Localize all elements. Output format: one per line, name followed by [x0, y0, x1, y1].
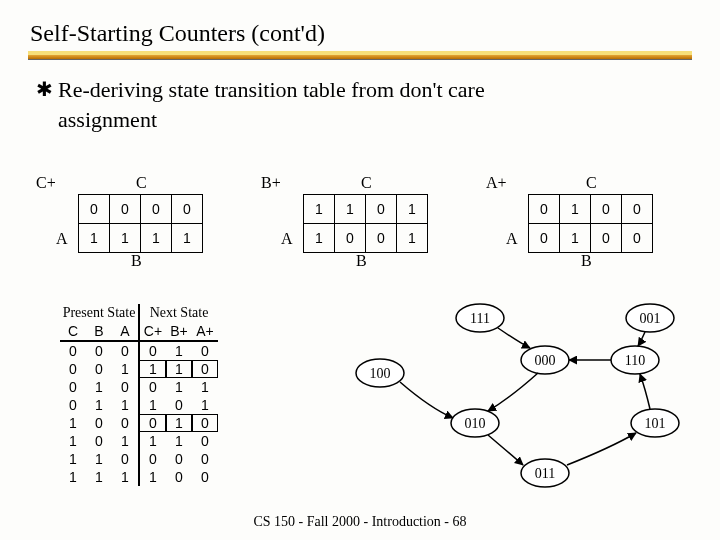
svg-text:001: 001	[640, 311, 661, 326]
table-row: 011101	[60, 396, 218, 414]
edge	[640, 374, 650, 409]
stt-group-left: Present State	[60, 304, 139, 322]
kmap-a-label: A	[281, 230, 293, 248]
kmap-grid: 0100 0100	[528, 194, 653, 253]
edge	[638, 332, 645, 346]
state-node: 010	[451, 409, 499, 437]
table-row: 110000	[60, 450, 218, 468]
kmap-row: C+ C A B 0000 1111 B+ C A B 1101 1001 A+…	[36, 170, 686, 290]
state-node: 011	[521, 459, 569, 487]
kmap-b-label: B	[356, 252, 367, 270]
state-node: 101	[631, 409, 679, 437]
edge	[400, 382, 453, 418]
state-transition-table: Present State Next State CBA C+B+A+ 0000…	[60, 304, 218, 486]
footer: CS 150 - Fall 2000 - Introduction - 68	[0, 514, 720, 530]
bullet-icon: ✱	[36, 77, 58, 101]
kmap-output-label: C+	[36, 174, 56, 192]
edge	[488, 435, 523, 465]
kmap-b-label: B	[131, 252, 142, 270]
table-row: 010011	[60, 378, 218, 396]
state-node: 001	[626, 304, 674, 332]
svg-text:101: 101	[645, 416, 666, 431]
kmap-c-label: C	[136, 174, 147, 192]
bullet-1: ✱Re-deriving state transition table from…	[0, 77, 720, 107]
state-node: 111	[456, 304, 504, 332]
bullet-text-2: assignment	[58, 107, 157, 132]
state-diagram: 100 111 001 000 110 010 101 011	[320, 298, 690, 498]
page-title: Self-Starting Counters (cont'd)	[0, 0, 720, 51]
kmap-a-label: A	[56, 230, 68, 248]
kmap-b-label: B	[581, 252, 592, 270]
kmap-output-label: B+	[261, 174, 281, 192]
kmap-c-label: C	[586, 174, 597, 192]
svg-text:111: 111	[470, 311, 490, 326]
table-row: 101110	[60, 432, 218, 450]
kmap-grid: 0000 1111	[78, 194, 203, 253]
kmap-c-label: C	[361, 174, 372, 192]
table-row: 100010	[60, 414, 218, 432]
svg-text:000: 000	[535, 353, 556, 368]
table-row: 001110	[60, 360, 218, 378]
state-node: 100	[356, 359, 404, 387]
table-row: 000010	[60, 341, 218, 360]
title-underline	[28, 51, 692, 59]
kmap-output-label: A+	[486, 174, 507, 192]
state-node: 000	[521, 346, 569, 374]
edge	[567, 433, 636, 465]
edge	[498, 328, 530, 348]
bullet-text-1: Re-deriving state transition table from …	[58, 77, 485, 102]
kmap-grid: 1101 1001	[303, 194, 428, 253]
bullet-1b: assignment	[0, 107, 720, 137]
table-row: 111100	[60, 468, 218, 486]
svg-text:110: 110	[625, 353, 645, 368]
stt-group-right: Next State	[139, 304, 218, 322]
svg-text:010: 010	[465, 416, 486, 431]
svg-text:100: 100	[370, 366, 391, 381]
state-node: 110	[611, 346, 659, 374]
svg-text:011: 011	[535, 466, 555, 481]
edge	[488, 373, 538, 411]
kmap-a-label: A	[506, 230, 518, 248]
